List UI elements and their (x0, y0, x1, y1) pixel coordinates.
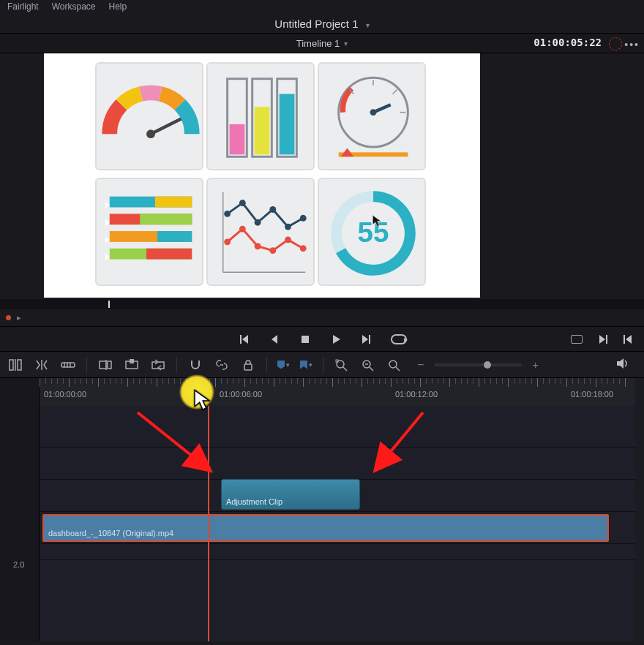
scrub-position-indicator (108, 301, 110, 308)
zoom-slider[interactable] (434, 363, 522, 366)
chevron-down-icon[interactable]: ▾ (344, 39, 348, 48)
prev-edit-button[interactable] (622, 333, 635, 346)
chevron-down-icon: ▾ (309, 361, 312, 369)
svg-point-29 (269, 206, 276, 213)
clip-label: Adjustment Clip (226, 497, 282, 506)
overwrite-clip-button[interactable] (124, 358, 140, 371)
svg-rect-40 (302, 336, 309, 343)
step-back-button[interactable] (268, 333, 281, 346)
zoom-slider-knob[interactable] (484, 361, 491, 369)
svg-rect-54 (244, 364, 252, 370)
skip-start-button[interactable] (237, 333, 250, 346)
svg-point-26 (224, 211, 231, 217)
match-frame-icon[interactable] (571, 335, 583, 344)
timeline-tracks[interactable]: Adjustment Clip dashboard_-_10847 (Origi… (40, 406, 635, 641)
viewer-scrub-bar[interactable] (0, 299, 644, 309)
next-edit-button[interactable] (596, 333, 609, 346)
svg-line-56 (343, 367, 347, 371)
chevron-right-icon[interactable]: ▸ (17, 313, 21, 322)
ruler-label: 01:00:06:00 (220, 390, 262, 399)
detail-zoom[interactable] (360, 358, 376, 371)
custom-zoom[interactable] (386, 358, 402, 371)
svg-rect-17 (155, 197, 192, 208)
options-menu-icon[interactable]: ••• (624, 39, 640, 50)
preview-panel-3 (318, 62, 426, 170)
link-toggle[interactable] (214, 358, 230, 371)
project-title-row[interactable]: Untitled Project 1 ▾ (0, 13, 644, 33)
zoom-out-button[interactable]: − (417, 358, 424, 371)
menu-help[interactable]: Help (109, 1, 127, 12)
svg-point-27 (239, 200, 246, 206)
timeline-name[interactable]: Timeline 1 (296, 38, 340, 49)
svg-point-32 (224, 238, 231, 245)
flag-icon (277, 361, 285, 369)
stop-button[interactable] (299, 333, 312, 346)
timeline-selector-row: Timeline 1 ▾ 01:00:05:22 ••• (0, 33, 644, 53)
flag-dropdown[interactable]: ▾ (277, 361, 290, 369)
adjustment-clip[interactable]: Adjustment Clip (221, 479, 360, 510)
toolbar-separator (266, 357, 267, 373)
svg-rect-41 (10, 360, 13, 370)
toolbar-separator (323, 357, 323, 373)
svg-point-14 (370, 109, 377, 116)
transport-controls (0, 327, 644, 352)
menu-fairlight[interactable]: Fairlight (7, 1, 39, 12)
svg-point-31 (300, 215, 307, 222)
ruler-label: 01:00:00:00 (44, 390, 86, 399)
zoom-in-button[interactable]: + (532, 358, 539, 371)
selection-tool[interactable] (7, 358, 23, 371)
marker-dropdown[interactable]: ▾ (300, 361, 312, 369)
timeline-area: 2.0 Adjustment Clip dashboard_-_10847 (O… (0, 378, 644, 641)
track-divider (40, 511, 635, 512)
playhead[interactable] (208, 406, 209, 641)
cursor-icon (193, 388, 211, 413)
svg-point-36 (285, 236, 291, 243)
svg-rect-21 (157, 231, 192, 242)
svg-line-0 (151, 118, 181, 134)
cursor-icon (372, 214, 382, 230)
svg-rect-19 (140, 214, 192, 225)
chevron-down-icon: ▾ (286, 361, 290, 369)
insert-clip-button[interactable] (97, 358, 113, 371)
marker-icon (300, 361, 307, 369)
volume-icon[interactable] (615, 357, 629, 372)
track-header-panel[interactable]: 2.0 (0, 378, 40, 641)
svg-rect-42 (18, 360, 21, 370)
timeline-ruler[interactable] (40, 378, 635, 406)
svg-rect-45 (61, 363, 75, 367)
preview-panel-4 (95, 178, 203, 286)
svg-point-1 (146, 129, 155, 138)
viewer-timecode[interactable]: 01:00:05:22 (533, 37, 602, 48)
svg-rect-52 (130, 359, 134, 363)
toolbar-separator (86, 357, 87, 373)
svg-line-59 (370, 367, 373, 371)
preview-panel-1 (95, 62, 203, 170)
ruler-label: 01:00:18:00 (571, 390, 613, 399)
play-button[interactable] (329, 333, 342, 346)
record-indicator-icon (6, 315, 11, 320)
dynamic-trim-tool[interactable] (60, 358, 76, 371)
menu-workspace[interactable]: Workspace (52, 1, 96, 12)
snap-toggle[interactable] (187, 358, 203, 371)
svg-point-35 (269, 247, 276, 254)
svg-point-34 (255, 243, 261, 249)
bypass-grades-icon[interactable] (609, 37, 622, 50)
track-divider (40, 543, 635, 544)
track-divider (40, 559, 635, 560)
full-extent-zoom[interactable] (334, 358, 350, 371)
video-clip[interactable]: dashboard_-_10847 (Original).mp4 (42, 514, 609, 542)
toolbar-separator (176, 357, 177, 373)
menu-bar: Fairlight Workspace Help (0, 0, 644, 13)
loop-button[interactable] (391, 334, 407, 344)
ruler-label: 01:00:12:00 (395, 390, 438, 399)
replace-clip-button[interactable] (150, 358, 166, 371)
svg-rect-7 (280, 94, 295, 154)
svg-point-28 (255, 219, 261, 226)
trim-tool[interactable] (34, 358, 50, 371)
svg-rect-3 (230, 124, 245, 154)
svg-point-33 (239, 226, 246, 233)
skip-end-button[interactable] (360, 333, 373, 346)
svg-point-37 (300, 245, 307, 252)
lock-toggle[interactable] (240, 358, 256, 371)
viewer[interactable]: 55 (44, 53, 480, 298)
